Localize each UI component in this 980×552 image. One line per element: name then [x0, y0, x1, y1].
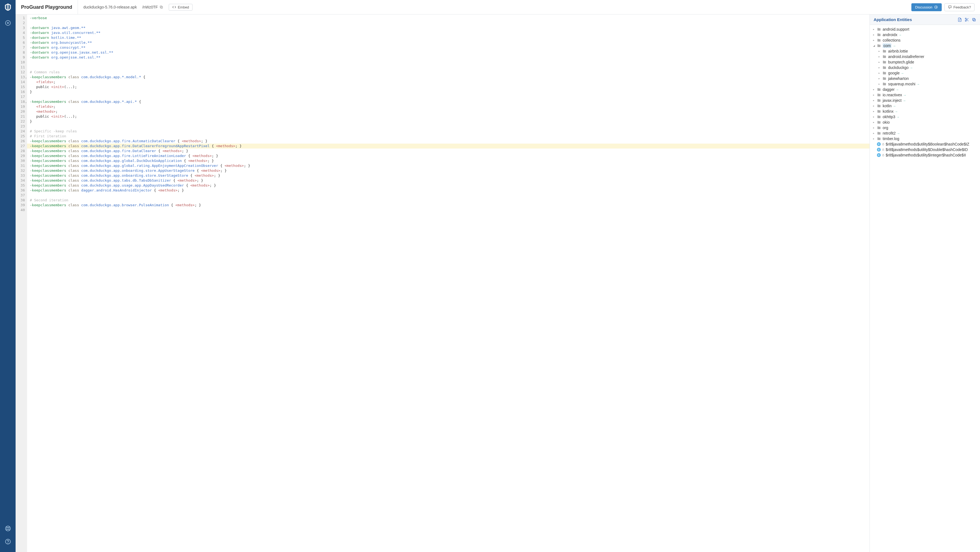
code-line[interactable]: <fields>; — [30, 80, 870, 85]
code-line[interactable]: -keepclassmembers class com.duckduckgo.a… — [30, 178, 870, 183]
caret-icon[interactable]: ▸ — [873, 28, 876, 30]
tree-folder[interactable]: ▸org — [870, 125, 980, 131]
code-line[interactable]: public <init>(...); — [30, 85, 870, 89]
code-line[interactable]: public <init>(...); — [30, 114, 870, 119]
code-line[interactable]: # Second iteration — [30, 198, 870, 203]
code-line[interactable] — [30, 21, 870, 26]
tree-folder[interactable]: ▸duckduckgo→ — [870, 65, 980, 70]
code-line[interactable]: -dontwarn org.openjsse.javax.net.ssl.** — [30, 50, 870, 55]
tree-class[interactable]: C$r8$java8methods$utility$Boolean$hashCo… — [870, 141, 980, 147]
copy-all-icon[interactable] — [972, 18, 976, 22]
code-line[interactable] — [30, 60, 870, 65]
logo-icon[interactable] — [4, 3, 12, 11]
caret-icon[interactable]: ▸ — [873, 104, 876, 107]
caret-icon[interactable]: ▸ — [873, 137, 876, 140]
entities-tree[interactable]: ▸android.support▸androidx→▸collections◢c… — [870, 25, 980, 160]
code-line[interactable]: -keepclassmembers class com.duckduckgo.a… — [30, 183, 870, 188]
tree-folder[interactable]: ▸kotlinx→ — [870, 108, 980, 114]
help-icon[interactable] — [4, 538, 12, 546]
tree-folder[interactable]: ▸dagger→ — [870, 87, 980, 92]
code-line[interactable]: -dontwarn org.openjsse.net.ssl.** — [30, 55, 870, 60]
caret-icon[interactable]: ▸ — [878, 66, 881, 69]
code-line[interactable]: # First iteration — [30, 134, 870, 139]
tree-folder[interactable]: ▸okio — [870, 120, 980, 125]
caret-icon[interactable]: ▸ — [878, 77, 881, 80]
tree-folder[interactable]: ▸android.installreferrer — [870, 54, 980, 59]
caret-icon[interactable]: ▸ — [878, 83, 881, 85]
copy-icon[interactable] — [159, 5, 163, 9]
code-line[interactable]: -keepclassmembers class com.duckduckgo.a… — [30, 139, 870, 144]
code-line[interactable]: -dontwarn kotlin.time.** — [30, 35, 870, 40]
embed-button[interactable]: Embed — [169, 4, 192, 11]
tree-folder[interactable]: ▸android.support — [870, 27, 980, 32]
code-line[interactable]: -verbose — [30, 16, 870, 21]
caret-icon[interactable]: ▸ — [873, 34, 876, 36]
tree-class[interactable]: C$r8$java8methods$utility$Integer$hashCo… — [870, 152, 980, 158]
caret-icon[interactable]: ▸ — [873, 94, 876, 96]
code-line[interactable] — [30, 193, 870, 198]
tree-folder[interactable]: ▸androidx→ — [870, 32, 980, 37]
code-content[interactable]: -verbose -dontwarn java.awt.geom.**-dont… — [27, 14, 870, 552]
code-line[interactable]: -keepclassmembers class com.duckduckgo.a… — [30, 148, 870, 153]
code-line[interactable] — [30, 94, 870, 99]
code-line[interactable]: -keepclassmembers class com.duckduckgo.a… — [30, 163, 870, 168]
caret-icon[interactable]: ▸ — [873, 39, 876, 41]
tree-folder[interactable]: ▸io.reactivex→ — [870, 92, 980, 98]
scissors-icon[interactable] — [965, 18, 969, 22]
code-line[interactable]: -keepclassmembers class com.duckduckgo.a… — [30, 99, 870, 104]
code-line[interactable]: # Specific -keep rules — [30, 129, 870, 134]
code-editor[interactable]: 1234567891011121314151617181920212223242… — [16, 14, 870, 552]
kept-indicator-icon: → — [916, 82, 920, 86]
add-icon[interactable] — [4, 19, 12, 27]
tree-folder[interactable]: ▸jakewharton — [870, 76, 980, 81]
caret-icon[interactable]: ▸ — [878, 55, 881, 58]
code-line[interactable]: -dontwarn org.bouncycastle.** — [30, 40, 870, 45]
tree-folder[interactable]: ▸okhttp3→ — [870, 114, 980, 120]
caret-icon[interactable]: ▸ — [873, 126, 876, 129]
code-line[interactable]: } — [30, 119, 870, 124]
code-line[interactable]: -dontwarn org.conscrypt.** — [30, 45, 870, 50]
tree-class[interactable]: C$r8$java8methods$utility$Double$hashCod… — [870, 147, 980, 152]
caret-icon[interactable]: ▸ — [873, 99, 876, 102]
code-line[interactable] — [30, 207, 870, 212]
caret-icon[interactable]: ◢ — [873, 44, 876, 47]
code-line[interactable]: # Common rules — [30, 70, 870, 75]
caret-icon[interactable]: ▸ — [878, 50, 881, 53]
lifesaver-icon[interactable] — [4, 525, 12, 532]
code-line[interactable]: } — [30, 89, 870, 94]
code-line[interactable] — [30, 65, 870, 70]
tree-folder[interactable]: ▸javax.inject→ — [870, 98, 980, 103]
caret-icon[interactable]: ▸ — [873, 110, 876, 113]
caret-icon[interactable]: ▸ — [873, 132, 876, 135]
code-line[interactable]: -keepclassmembers class com.duckduckgo.a… — [30, 168, 870, 173]
caret-icon[interactable]: ▸ — [878, 61, 881, 64]
code-line[interactable]: -keepclassmembers class com.duckduckgo.a… — [30, 75, 870, 80]
code-line[interactable]: -keepclassmembers class com.duckduckgo.a… — [30, 153, 870, 158]
code-line[interactable]: -keepclassmembers class com.duckduckgo.a… — [30, 158, 870, 163]
feedback-button[interactable]: Feedback? — [945, 3, 975, 11]
code-line[interactable]: -keepclassmembers class dagger.android.H… — [30, 188, 870, 193]
tree-folder[interactable]: ▸airbnb.lottie — [870, 48, 980, 54]
tree-folder[interactable]: ▸kotlin→ — [870, 103, 980, 108]
tree-folder[interactable]: ▸timber.log — [870, 136, 980, 141]
discussion-button[interactable]: Discussion — [912, 3, 942, 11]
tree-folder[interactable]: ▸bumptech.glide — [870, 59, 980, 65]
tree-folder[interactable]: ▸collections — [870, 37, 980, 43]
new-file-icon[interactable] — [958, 18, 962, 22]
tree-folder[interactable]: ▸retrofit2→ — [870, 131, 980, 136]
code-line[interactable]: -dontwarn java.awt.geom.** — [30, 26, 870, 30]
code-line[interactable]: -keepclassmembers class com.duckduckgo.a… — [30, 203, 870, 207]
code-line[interactable]: -keepclassmembers class com.duckduckgo.a… — [27, 144, 870, 148]
code-line[interactable]: -keepclassmembers class com.duckduckgo.a… — [30, 173, 870, 178]
code-line[interactable]: <fields>; — [30, 104, 870, 109]
tree-folder[interactable]: ▸squareup.moshi→ — [870, 81, 980, 87]
caret-icon[interactable]: ▸ — [873, 115, 876, 118]
caret-icon[interactable]: ▸ — [878, 72, 881, 74]
caret-icon[interactable]: ▸ — [873, 121, 876, 124]
code-line[interactable]: <methods>; — [30, 109, 870, 114]
caret-icon[interactable]: ▸ — [873, 88, 876, 91]
tree-folder[interactable]: ▸google→ — [870, 70, 980, 76]
tree-folder[interactable]: ◢com→ — [870, 43, 980, 48]
code-line[interactable]: -dontwarn java.util.concurrent.** — [30, 30, 870, 35]
code-line[interactable] — [30, 124, 870, 129]
